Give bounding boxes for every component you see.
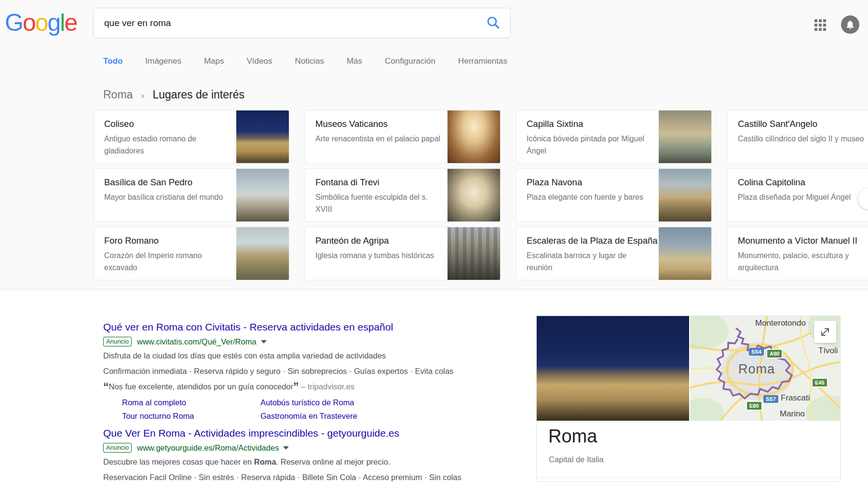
dropdown-arrow-icon[interactable] xyxy=(283,446,289,450)
logo-letter: e xyxy=(64,9,77,36)
place-card[interactable]: Fontana di Trevi Simbólica fuente esculp… xyxy=(305,168,501,222)
place-card[interactable]: Capilla Sixtina Icónica bóveda pintada p… xyxy=(516,110,712,164)
place-card[interactable]: Escaleras de la Plaza de España Escalina… xyxy=(516,227,712,280)
ad-result: Que Ver En Roma - Actividades imprescind… xyxy=(103,427,484,482)
tab-noticias[interactable]: Noticias xyxy=(295,56,324,66)
quote-text: Nos fue excelente, atendidos por un guía… xyxy=(109,382,294,391)
divider xyxy=(537,477,840,478)
pantheon-photo xyxy=(448,227,500,280)
ad-description: Disfruta de la ciudad los días que estés… xyxy=(103,349,484,362)
place-title: Castillo Sant'Angelo xyxy=(738,119,868,129)
place-card[interactable]: Plaza Navona Plaza elegante con fuente y… xyxy=(516,168,712,222)
knowledge-panel: Monterotondo Tívoli Roma Frascati Marino… xyxy=(536,316,841,482)
road-badge-ss7: SS7 xyxy=(763,395,778,403)
place-desc: Plaza elegante con fuente y bares xyxy=(527,191,653,203)
ad-badge: Anuncio xyxy=(103,443,132,453)
notifications-bell-button[interactable] xyxy=(841,15,859,34)
colosseum-night-photo[interactable] xyxy=(537,316,689,421)
search-box xyxy=(93,8,511,38)
place-title: Colina Capitolina xyxy=(738,177,868,188)
roman-forum-photo xyxy=(236,227,289,280)
tab-imagenes[interactable]: Imágenes xyxy=(145,56,181,66)
sitelink[interactable]: Tour nocturno Roma xyxy=(122,412,260,421)
ad-title-link[interactable]: Qué ver en Roma con Civitatis - Reserva … xyxy=(103,320,484,333)
ad-review-quote: “Nos fue excelente, atendidos por un guí… xyxy=(103,380,484,393)
logo-letter: o xyxy=(35,9,48,36)
sitelink[interactable]: Autobús turístico de Roma xyxy=(260,398,484,407)
desc-bold: Roma xyxy=(254,457,276,466)
road-badge-ss4: SS4 xyxy=(749,348,764,356)
place-card[interactable]: Coliseo Antiguo estadio romano de gladia… xyxy=(94,110,289,164)
place-card[interactable]: Basílica de San Pedro Mayor basílica cri… xyxy=(94,168,289,222)
knowledge-panel-subtitle: Capital de Italia xyxy=(549,455,604,464)
place-desc: Escalinata barroca y lugar de reunión xyxy=(527,249,653,274)
card-row: Foro Romano Corazón del Imperio romano e… xyxy=(94,227,868,280)
ad-title-link[interactable]: Que Ver En Roma - Actividades imprescind… xyxy=(103,427,484,440)
sitelink[interactable]: Roma al completo xyxy=(122,398,260,407)
map-label-marino: Marino xyxy=(780,409,805,419)
road-badge-e80: E80 xyxy=(746,401,762,411)
place-card[interactable]: Castillo Sant'Angelo Castillo cilíndrico… xyxy=(727,110,868,164)
quote-open: “ xyxy=(103,381,109,393)
place-desc: Iglesia romana y tumbas históricas xyxy=(315,249,442,262)
tab-mas[interactable]: Más xyxy=(347,56,362,66)
map-label-frascati: Frascati xyxy=(781,393,810,403)
ad-meta-row: Anuncio www.civitatis.com/Qué_Ver/Roma xyxy=(103,337,484,346)
ad-description: Confirmación inmediata · Reserva rápido … xyxy=(103,365,484,377)
places-card-grid: Coliseo Antiguo estadio romano de gladia… xyxy=(94,110,868,285)
search-button[interactable] xyxy=(485,15,502,31)
ad-description: Descubre las mejores cosas que hacer en … xyxy=(103,455,484,468)
ad-result: Qué ver en Roma con Civitatis - Reserva … xyxy=(103,320,484,421)
search-input[interactable] xyxy=(104,8,471,38)
tab-todo[interactable]: Todo xyxy=(103,56,122,66)
tab-maps[interactable]: Maps xyxy=(204,56,224,66)
logo-letter: G xyxy=(5,9,23,36)
vatican-museums-photo xyxy=(448,110,500,163)
breadcrumb-current: Lugares de interés xyxy=(152,88,244,101)
logo-letter: g xyxy=(48,9,60,36)
dropdown-arrow-icon[interactable] xyxy=(261,340,267,344)
tab-configuracion[interactable]: Configuración xyxy=(385,56,435,66)
results-tabs: Todo Imágenes Maps Vídeos Noticias Más C… xyxy=(103,56,507,66)
ad-sitelinks: Roma al completo Autobús turístico de Ro… xyxy=(122,398,484,421)
place-card[interactable]: Museos Vaticanos Arte renacentista en el… xyxy=(305,110,501,164)
rome-map[interactable]: Monterotondo Tívoli Roma Frascati Marino… xyxy=(690,316,840,421)
knowledge-panel-title: Roma xyxy=(548,426,597,447)
sistine-chapel-photo xyxy=(659,110,711,163)
ad-badge: Anuncio xyxy=(103,337,132,346)
spanish-steps-photo xyxy=(659,227,711,280)
breadcrumb: Roma › Lugares de interés xyxy=(103,88,244,101)
place-desc: Arte renacentista en el palacio papal xyxy=(315,133,442,145)
apps-grid-icon[interactable] xyxy=(814,19,827,31)
sitelink[interactable]: Gastronomía en Trastevere xyxy=(260,412,484,421)
card-row: Basílica de San Pedro Mayor basílica cri… xyxy=(94,168,868,222)
quote-source: – tripadvisor.es xyxy=(301,382,354,391)
place-desc: Antiguo estadio romano de gladiadores xyxy=(104,133,231,157)
place-card[interactable]: Colina Capitolina Plaza diseñada por Mig… xyxy=(727,168,868,222)
place-desc: Simbólica fuente esculpida del s. XVIII xyxy=(315,191,442,215)
piazza-navona-photo xyxy=(659,169,711,221)
place-card[interactable]: Monumento a Víctor Manuel II Monumento, … xyxy=(727,227,868,280)
colosseum-photo xyxy=(236,110,289,163)
desc-text: Descubre las mejores cosas que hacer en xyxy=(103,457,254,466)
place-desc: Mayor basílica cristiana del mundo xyxy=(104,191,231,203)
logo-letter: o xyxy=(23,9,35,36)
tab-herramientas[interactable]: Herramientas xyxy=(458,56,507,66)
chevron-right-icon: › xyxy=(141,90,144,100)
google-logo[interactable]: Google xyxy=(5,9,77,37)
trevi-fountain-photo xyxy=(448,169,500,221)
breadcrumb-root[interactable]: Roma xyxy=(103,88,133,101)
place-card[interactable]: Foro Romano Corazón del Imperio romano e… xyxy=(94,227,289,280)
header-section: Google Todo Im xyxy=(0,0,868,289)
map-label-monterotondo: Monterotondo xyxy=(755,318,806,328)
tab-videos[interactable]: Vídeos xyxy=(247,56,272,66)
place-title: Monumento a Víctor Manuel II xyxy=(738,235,868,246)
ad-url: www.civitatis.com/Qué_Ver/Roma xyxy=(137,337,257,346)
st-peters-basilica-photo xyxy=(236,169,289,221)
place-card[interactable]: Panteón de Agripa Iglesia romana y tumba… xyxy=(305,227,501,280)
ad-meta-row: Anuncio www.getyourguide.es/Roma/Activid… xyxy=(103,443,484,453)
map-label-roma: Roma xyxy=(738,362,775,377)
road-badge-a90: A90 xyxy=(766,349,783,358)
map-expand-button[interactable] xyxy=(814,321,836,343)
place-desc: Icónica bóveda pintada por Miguel Ángel xyxy=(527,133,653,157)
